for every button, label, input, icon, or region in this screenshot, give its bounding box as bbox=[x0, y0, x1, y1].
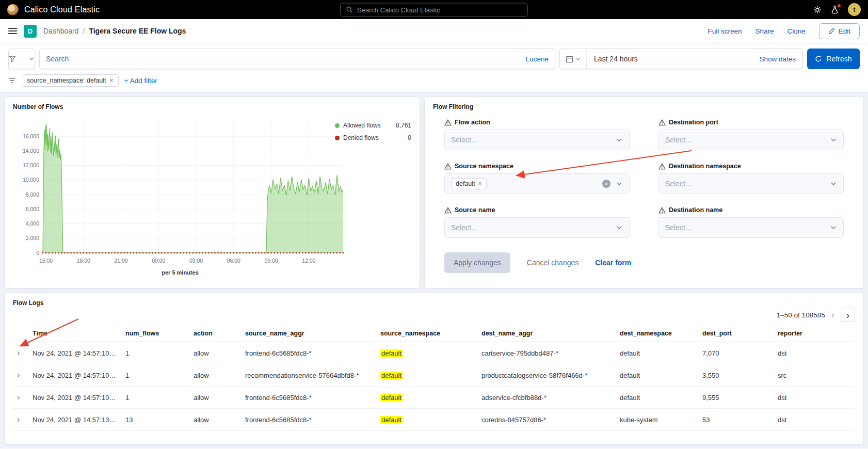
next-page-button[interactable]: › bbox=[841, 308, 855, 322]
warning-icon bbox=[444, 119, 452, 126]
field-source-namespace: Source namespacedefault ×× bbox=[444, 163, 630, 194]
flow-action-select[interactable]: Select... bbox=[444, 130, 630, 150]
dashboard-badge[interactable]: D bbox=[24, 25, 37, 38]
table-row: ›Nov 24, 2021 @ 14:57:10.0001allowfronte… bbox=[13, 387, 855, 409]
field-label: Flow action bbox=[444, 119, 630, 126]
cell-reporter: dst bbox=[774, 342, 855, 364]
refresh-button[interactable]: Refresh bbox=[807, 49, 860, 69]
svg-text:06:00: 06:00 bbox=[227, 258, 240, 264]
svg-text:6,000: 6,000 bbox=[26, 206, 39, 212]
field-flow-action: Flow actionSelect... bbox=[444, 119, 630, 150]
legend-item[interactable]: Denied flows0 bbox=[335, 134, 411, 141]
destination-namespace-select[interactable]: Select... bbox=[658, 173, 844, 194]
legend-dot bbox=[335, 136, 340, 140]
svg-text:8,000: 8,000 bbox=[26, 191, 39, 198]
calico-logo-icon[interactable] bbox=[7, 4, 19, 15]
legend-item[interactable]: Allowed flows8,761 bbox=[335, 122, 411, 129]
col-Time[interactable]: Time bbox=[28, 325, 121, 342]
filter-pill[interactable]: source_namespace: default × bbox=[22, 74, 119, 87]
warning-icon bbox=[658, 163, 666, 170]
global-search-input[interactable] bbox=[357, 6, 522, 13]
expand-row-button[interactable]: › bbox=[13, 409, 28, 431]
cell-Time: Nov 24, 2021 @ 14:57:10.000 bbox=[28, 387, 121, 409]
col-dest_name_aggr[interactable]: dest_name_aggr bbox=[477, 325, 616, 342]
cell-action: allow bbox=[189, 409, 241, 431]
expand-row-button[interactable]: › bbox=[13, 364, 28, 387]
add-filter-link[interactable]: + Add filter bbox=[124, 77, 157, 85]
col-source_name_aggr[interactable]: source_name_aggr bbox=[241, 325, 376, 342]
avatar[interactable]: t bbox=[848, 3, 861, 16]
cell-num_flows: 13 bbox=[121, 409, 189, 431]
edit-button[interactable]: Edit bbox=[819, 23, 860, 39]
x-axis-label: per 5 minutes bbox=[13, 269, 347, 276]
form-actions: Apply changes Cancel changes Clear form bbox=[444, 252, 844, 273]
cell-source_name_aggr: frontend-6c5685fdc8-* bbox=[241, 387, 376, 409]
svg-text:14,000: 14,000 bbox=[23, 148, 39, 154]
flows-area-chart[interactable]: 02,0004,0006,0008,00010,00012,00014,0001… bbox=[13, 114, 347, 268]
cell-num_flows: 1 bbox=[121, 364, 189, 387]
col-dest_port[interactable]: dest_port bbox=[698, 325, 774, 342]
query-bar: Lucene Last 24 hours Show dates Refresh bbox=[0, 43, 868, 73]
clear-form-button[interactable]: Clear form bbox=[595, 259, 631, 267]
prev-page-button[interactable]: ‹ bbox=[829, 309, 837, 320]
selected-value-chip[interactable]: default × bbox=[451, 178, 487, 189]
col-reporter[interactable]: reporter bbox=[774, 325, 855, 342]
destination-name-select[interactable]: Select... bbox=[658, 217, 844, 238]
cancel-changes-button[interactable]: Cancel changes bbox=[527, 259, 578, 267]
warning-icon bbox=[658, 207, 666, 214]
legend-label: Allowed flows bbox=[343, 122, 381, 129]
pagination: 1–50 of 108585 ‹ › bbox=[13, 308, 855, 322]
col-dest_namespace[interactable]: dest_namespace bbox=[616, 325, 698, 342]
settings-icon[interactable] bbox=[813, 6, 822, 14]
select-placeholder: Select... bbox=[665, 180, 692, 188]
menu-icon[interactable] bbox=[8, 28, 17, 34]
apply-changes-button[interactable]: Apply changes bbox=[444, 252, 510, 273]
expand-row-button[interactable]: › bbox=[13, 342, 28, 364]
cell-dest_port: 53 bbox=[698, 409, 774, 431]
table-row: ›Nov 24, 2021 @ 14:57:10.0001allowfronte… bbox=[13, 342, 855, 364]
remove-filter-icon[interactable]: × bbox=[110, 77, 114, 84]
refresh-icon bbox=[815, 55, 822, 62]
pagination-label: 1–50 of 108585 bbox=[777, 311, 825, 319]
chevron-down-icon bbox=[830, 180, 837, 187]
expand-row-button[interactable]: › bbox=[13, 387, 28, 409]
full-screen-link[interactable]: Full screen bbox=[708, 27, 742, 35]
page-title: Tigera Secure EE Flow Logs bbox=[89, 27, 186, 35]
field-label: Destination name bbox=[658, 206, 844, 214]
breadcrumb-dashboard[interactable]: Dashboard bbox=[43, 27, 79, 35]
remove-chip-icon[interactable]: × bbox=[478, 180, 482, 187]
col-num_flows[interactable]: num_flows bbox=[121, 325, 189, 342]
field-label: Source name bbox=[444, 206, 630, 214]
warning-icon bbox=[444, 207, 452, 214]
source-namespace-select[interactable]: default ×× bbox=[444, 173, 630, 194]
field-destination-namespace: Destination namespaceSelect... bbox=[658, 163, 844, 194]
cell-action: allow bbox=[189, 387, 241, 409]
saved-query-menu-button[interactable] bbox=[8, 49, 35, 69]
clear-selection-icon[interactable]: × bbox=[602, 180, 610, 188]
select-placeholder: Select... bbox=[665, 136, 692, 144]
cell-source_namespace: default bbox=[376, 364, 477, 387]
svg-text:00:00: 00:00 bbox=[152, 258, 165, 264]
col-action[interactable]: action bbox=[189, 325, 241, 342]
svg-text:18:00: 18:00 bbox=[77, 258, 90, 264]
global-search[interactable] bbox=[340, 3, 528, 17]
filter-bar: source_namespace: default × + Add filter bbox=[0, 73, 868, 92]
alerts-flask-icon[interactable] bbox=[830, 5, 839, 14]
svg-text:0: 0 bbox=[36, 250, 39, 256]
time-range-value[interactable]: Last 24 hours bbox=[594, 55, 638, 63]
field-destination-name: Destination nameSelect... bbox=[658, 206, 844, 238]
source-name-select[interactable]: Select... bbox=[444, 217, 630, 238]
show-dates-link[interactable]: Show dates bbox=[759, 55, 802, 63]
legend-value: 8,761 bbox=[396, 122, 411, 129]
filter-icon[interactable] bbox=[8, 77, 16, 85]
highlighted-term: default bbox=[380, 349, 403, 357]
flow-logs-table: Timenum_flowsactionsource_name_aggrsourc… bbox=[13, 325, 855, 431]
share-link[interactable]: Share bbox=[755, 27, 774, 35]
col-source_namespace[interactable]: source_namespace bbox=[376, 325, 477, 342]
query-search-box[interactable]: Lucene bbox=[39, 49, 555, 69]
clone-link[interactable]: Clone bbox=[787, 27, 805, 35]
destination-port-select[interactable]: Select... bbox=[658, 130, 844, 150]
query-syntax-toggle[interactable]: Lucene bbox=[526, 55, 549, 63]
query-input[interactable] bbox=[46, 55, 521, 63]
calendar-menu-button[interactable] bbox=[560, 49, 587, 69]
